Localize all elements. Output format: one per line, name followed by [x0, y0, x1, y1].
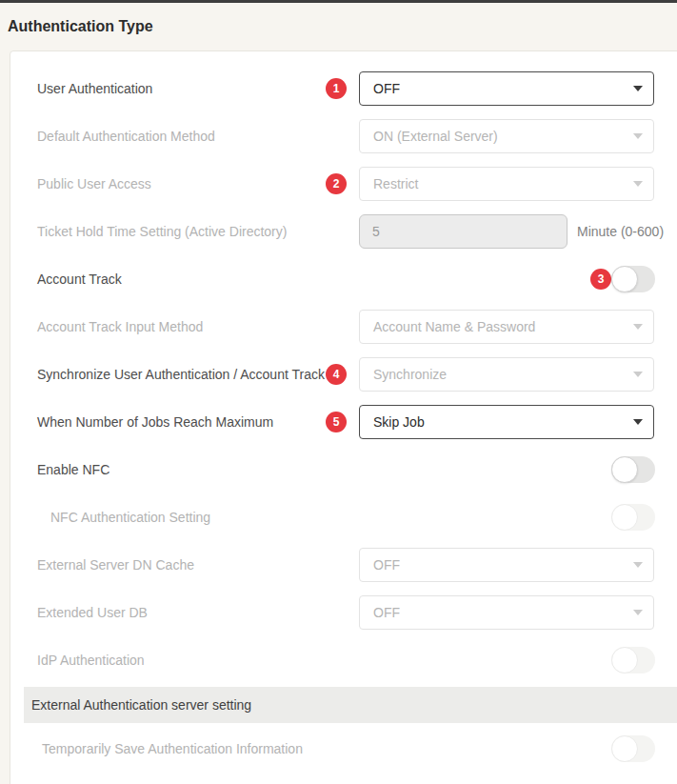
dropdown-arrow-icon — [633, 324, 643, 330]
default-authentication-method-select: ON (External Server) — [359, 119, 654, 153]
ticket-hold-time-input: 5 — [359, 214, 567, 249]
jobs-reach-maximum-select-value: Skip Job — [373, 414, 425, 430]
row-idp-authentication: IdP Authentication — [10, 636, 677, 684]
step-badge-4: 4 — [326, 364, 347, 385]
idp-authentication-toggle — [611, 647, 655, 673]
row-default-authentication-method: Default Authentication Method ON (Extern… — [10, 112, 677, 160]
ticket-hold-time-label: Ticket Hold Time Setting (Active Directo… — [37, 224, 287, 239]
external-authentication-server-setting-header: External Authentication server setting — [24, 687, 677, 723]
step-badge-3: 3 — [590, 269, 611, 290]
dropdown-arrow-icon — [633, 419, 643, 425]
dropdown-arrow-icon — [633, 372, 643, 377]
row-ticket-hold-time: Ticket Hold Time Setting (Active Directo… — [10, 208, 677, 255]
external-server-dn-cache-select: OFF — [359, 548, 654, 582]
external-server-dn-cache-label: External Server DN Cache — [37, 557, 194, 573]
synchronize-select-value: Synchronize — [373, 367, 447, 382]
nfc-authentication-setting-label: NFC Authentication Setting — [50, 510, 210, 525]
public-user-access-select: Restrict — [359, 167, 654, 201]
section-header-label: External Authentication server setting — [31, 697, 251, 713]
toggle-knob — [611, 735, 638, 762]
account-track-input-method-label: Account Track Input Method — [37, 319, 203, 334]
row-nfc-authentication-setting: NFC Authentication Setting — [10, 493, 677, 541]
row-public-user-access: Public User Access 2 Restrict — [10, 160, 677, 208]
extended-user-db-label: Extended User DB — [37, 605, 148, 620]
account-track-input-method-select: Account Name & Password — [359, 310, 654, 344]
default-authentication-method-select-value: ON (External Server) — [373, 129, 498, 144]
row-jobs-reach-maximum: When Number of Jobs Reach Maximum 5 Skip… — [10, 398, 677, 446]
enable-nfc-label: Enable NFC — [37, 462, 110, 477]
default-authentication-method-label: Default Authentication Method — [37, 129, 215, 144]
synchronize-user-auth-account-track-select: Synchronize — [359, 357, 654, 392]
extended-user-db-select: OFF — [359, 595, 654, 630]
public-user-access-label: Public User Access — [37, 176, 151, 191]
external-server-dn-cache-select-value: OFF — [373, 557, 400, 573]
toggle-knob — [611, 647, 638, 673]
row-enable-nfc: Enable NFC — [10, 446, 677, 493]
jobs-reach-maximum-label: When Number of Jobs Reach Maximum — [37, 414, 273, 430]
temporarily-save-auth-info-toggle — [611, 735, 655, 762]
ticket-hold-time-unit-label: Minute (0-600) — [577, 224, 664, 239]
dropdown-arrow-icon — [633, 610, 643, 615]
idp-authentication-label: IdP Authentication — [37, 653, 145, 668]
public-user-access-select-value: Restrict — [373, 176, 418, 191]
row-temporarily-save-auth-info: Temporarily Save Authentication Informat… — [10, 725, 677, 773]
nfc-authentication-setting-toggle — [611, 504, 655, 531]
toggle-knob — [611, 504, 638, 531]
account-track-input-method-select-value: Account Name & Password — [373, 319, 535, 334]
dropdown-arrow-icon — [633, 181, 643, 187]
row-synchronize-user-auth-account-track: Synchronize User Authentication / Accoun… — [10, 351, 677, 398]
temporarily-save-auth-info-label: Temporarily Save Authentication Informat… — [42, 741, 303, 756]
step-badge-5: 5 — [326, 412, 347, 432]
row-account-track-input-method: Account Track Input Method Account Name … — [10, 303, 677, 351]
dropdown-arrow-icon — [633, 562, 643, 568]
synchronize-user-auth-account-track-label: Synchronize User Authentication / Accoun… — [37, 367, 325, 382]
page-title: Authentication Type — [8, 18, 153, 35]
extended-user-db-select-value: OFF — [373, 605, 400, 620]
enable-nfc-toggle[interactable] — [611, 456, 655, 483]
step-badge-2: 2 — [326, 173, 347, 194]
jobs-reach-maximum-select[interactable]: Skip Job — [359, 405, 654, 439]
row-external-server-dn-cache: External Server DN Cache OFF — [10, 541, 677, 589]
dropdown-arrow-icon — [633, 86, 643, 91]
user-authentication-select-value: OFF — [373, 81, 400, 96]
top-accent-bar — [0, 0, 677, 3]
toggle-knob — [611, 266, 638, 292]
account-track-toggle[interactable] — [611, 266, 655, 292]
dropdown-arrow-icon — [633, 133, 643, 139]
user-authentication-select[interactable]: OFF — [359, 71, 654, 106]
row-account-track: Account Track 3 — [10, 255, 677, 303]
account-track-label: Account Track — [37, 271, 122, 287]
row-extended-user-db: Extended User DB OFF — [10, 589, 677, 636]
step-badge-1: 1 — [326, 78, 347, 99]
ticket-hold-time-input-value: 5 — [372, 224, 380, 239]
row-user-authentication: User Authentication 1 OFF — [10, 65, 677, 112]
user-authentication-label: User Authentication — [37, 81, 152, 96]
toggle-knob — [611, 456, 638, 483]
authentication-settings-panel: User Authentication 1 OFF Default Authen… — [10, 50, 677, 784]
